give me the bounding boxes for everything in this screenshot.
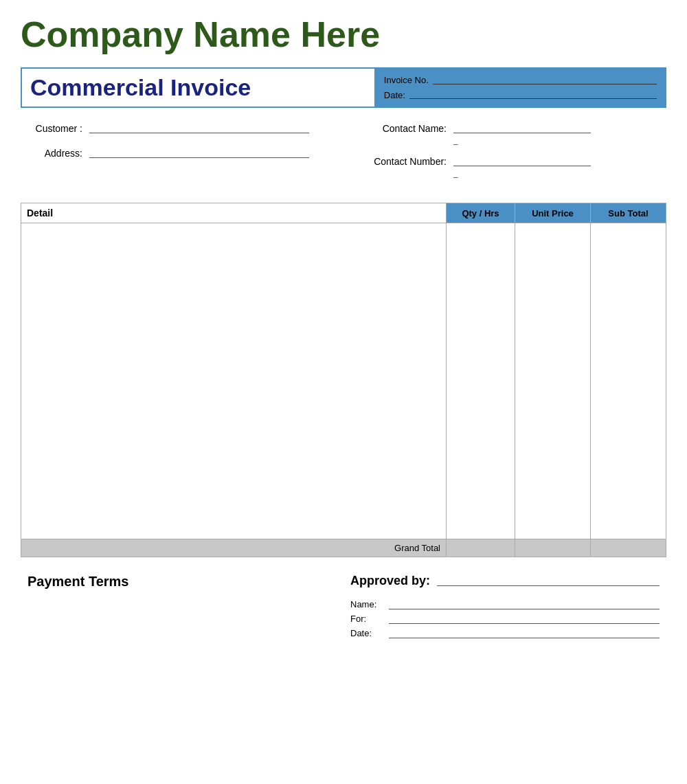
address-row: Address: <box>27 148 330 159</box>
grand-total-row: Grand Total <box>21 539 666 557</box>
approved-title-row: Approved by: <box>350 574 660 588</box>
approved-section: Approved by: Name: For: Date: <box>337 574 660 642</box>
detail-cell <box>21 223 447 539</box>
payment-terms-title: Payment Terms <box>27 574 128 589</box>
fields-left: Customer : Address: <box>27 123 330 186</box>
customer-line <box>89 124 309 133</box>
invoice-no-line <box>433 76 657 85</box>
invoice-title: Commercial Invoice <box>30 74 251 100</box>
sig-name-line <box>389 600 660 609</box>
contact-name-row: Contact Name: <box>357 123 660 134</box>
footer-section: Payment Terms Approved by: Name: For: Da… <box>21 574 666 642</box>
sig-date-row: Date: <box>350 628 660 638</box>
grand-total-value <box>591 539 666 557</box>
detail-header: Detail <box>21 203 447 223</box>
invoice-date-line <box>409 91 657 99</box>
address-label: Address: <box>27 148 82 159</box>
sig-for-row: For: <box>350 614 660 624</box>
contact-name-label: Contact Name: <box>357 123 447 134</box>
customer-label: Customer : <box>27 123 82 134</box>
contact-number-line <box>453 157 591 166</box>
qty-cell <box>447 223 515 539</box>
contact-number-label: Contact Number: <box>357 156 447 167</box>
sig-for-line <box>389 614 660 624</box>
unit-price-cell <box>515 223 591 539</box>
sub-total-cell <box>591 223 666 539</box>
customer-row: Customer : <box>27 123 330 134</box>
sig-name-row: Name: <box>350 599 660 609</box>
grand-total-qty <box>447 539 515 557</box>
fields-right: Contact Name: – Contact Number: – <box>330 123 660 186</box>
invoice-no-row: Invoice No. <box>384 75 657 85</box>
contact-name-line <box>453 124 591 133</box>
sig-date-line <box>389 629 660 638</box>
sig-name-label: Name: <box>350 599 385 609</box>
company-name: Company Name Here <box>21 14 666 55</box>
dash1: – <box>453 139 660 149</box>
approved-by-label: Approved by: <box>350 574 430 588</box>
invoice-table: Detail Qty / Hrs Unit Price Sub Total Gr… <box>21 203 666 557</box>
qty-hrs-header: Qty / Hrs <box>447 203 515 223</box>
invoice-header: Commercial Invoice Invoice No. Date: <box>21 67 666 108</box>
unit-price-header: Unit Price <box>515 203 591 223</box>
table-body-row <box>21 223 666 539</box>
invoice-no-label: Invoice No. <box>384 75 429 85</box>
dash2: – <box>453 172 660 182</box>
sub-total-header: Sub Total <box>591 203 666 223</box>
contact-number-row: Contact Number: <box>357 156 660 167</box>
table-header-row: Detail Qty / Hrs Unit Price Sub Total <box>21 203 666 223</box>
invoice-date-label: Date: <box>384 90 405 100</box>
sig-date-label: Date: <box>350 628 385 638</box>
invoice-title-cell: Commercial Invoice <box>22 69 376 107</box>
invoice-date-row: Date: <box>384 90 657 100</box>
payment-terms: Payment Terms <box>27 574 337 642</box>
address-line <box>89 148 309 158</box>
sig-for-label: For: <box>350 614 385 624</box>
invoice-meta-cell: Invoice No. Date: <box>376 69 665 107</box>
fields-section: Customer : Address: Contact Name: – Cont… <box>21 123 666 186</box>
grand-total-unit <box>515 539 591 557</box>
approved-line <box>437 576 660 586</box>
grand-total-label: Grand Total <box>21 539 447 557</box>
